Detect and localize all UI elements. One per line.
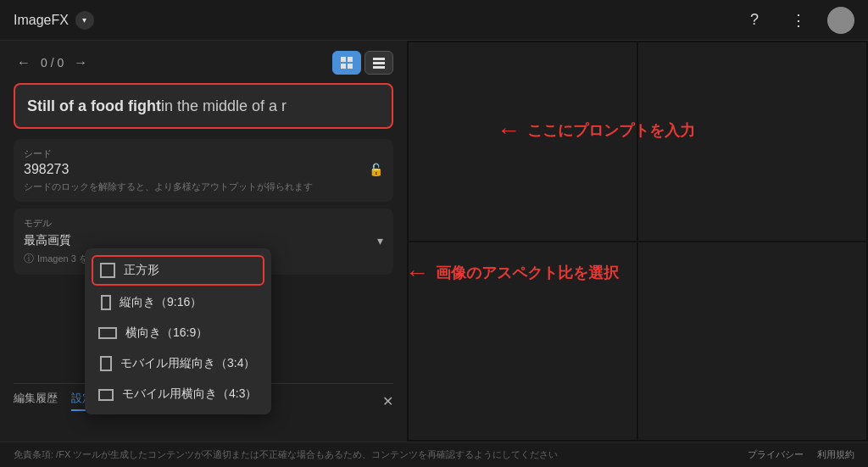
svg-rect-3	[348, 64, 353, 69]
aspect-mobile-landscape-item[interactable]: モバイル用横向き（4:3）	[85, 379, 271, 409]
model-chevron-icon: ▾	[377, 234, 383, 247]
image-grid	[407, 41, 868, 442]
nav-arrows: ← 0 / 0 →	[14, 53, 91, 72]
svg-rect-6	[373, 66, 385, 69]
topbar-left: ImageFX ▾	[14, 11, 94, 30]
aspect-portrait-item[interactable]: 縦向き（9:16）	[85, 287, 271, 318]
privacy-link[interactable]: プライバシー	[748, 448, 804, 461]
nav-back-button[interactable]: ←	[14, 53, 34, 72]
aspect-portrait-label: 縦向き（9:16）	[120, 295, 202, 310]
footer-disclaimer: 免責条項: /FX ツールが生成したコンテンツが不適切または不正確な場合もあるた…	[14, 448, 558, 461]
svg-rect-1	[348, 57, 353, 62]
portrait-icon	[101, 295, 111, 310]
aspect-mobile-portrait-item[interactable]: モバイル用縦向き（3:4）	[85, 348, 271, 379]
help-button[interactable]: ?	[739, 5, 770, 36]
svg-rect-5	[373, 62, 385, 64]
aspect-landscape-label: 横向き（16:9）	[125, 325, 208, 341]
main-layout: ← 0 / 0 → ← ここにプ	[0, 41, 868, 442]
prompt-input-area[interactable]: Still of a food fight in the middle of a…	[14, 83, 393, 129]
square-icon	[100, 263, 115, 278]
aspect-landscape-item[interactable]: 横向き（16:9）	[85, 318, 271, 348]
seed-section: シード 398273 🔓 シードのロックを解除すると、より多様なアウトプットが得…	[14, 139, 393, 202]
left-panel: ← 0 / 0 → ← ここにプ	[0, 41, 407, 442]
aspect-square-item[interactable]: 正方形	[92, 255, 264, 286]
image-cell-4	[638, 242, 866, 441]
grid-icon	[340, 56, 353, 69]
image-cell-2	[638, 42, 866, 241]
tab-history[interactable]: 編集履歴	[14, 391, 58, 411]
aspect-mobile-portrait-label: モバイル用縦向き（3:4）	[120, 356, 255, 371]
model-select-row[interactable]: 最高画質 ▾	[24, 233, 383, 248]
image-cell-3	[409, 242, 637, 441]
app-title: ImageFX	[14, 13, 69, 28]
prompt-bold-text: Still of a food fight	[27, 97, 161, 115]
image-cell-1	[409, 42, 637, 241]
svg-rect-4	[373, 58, 385, 60]
svg-rect-2	[341, 64, 346, 69]
list-icon	[372, 56, 386, 69]
seed-value: 398273	[24, 162, 69, 177]
topbar: ImageFX ▾ ? ⋮	[0, 0, 868, 41]
avatar	[827, 7, 854, 34]
landscape-icon	[98, 327, 117, 339]
info-icon: ⓘ	[24, 252, 34, 266]
nav-count: 0 / 0	[41, 56, 64, 69]
footer-links: プライバシー 利用規約	[748, 448, 854, 461]
nav-row: ← 0 / 0 →	[14, 51, 393, 75]
mobile-landscape-icon	[98, 389, 114, 401]
seed-row: 398273 🔓	[24, 162, 383, 177]
aspect-square-label: 正方形	[124, 263, 159, 278]
lock-icon[interactable]: 🔓	[369, 163, 383, 176]
more-button[interactable]: ⋮	[783, 5, 814, 36]
aspect-mobile-landscape-label: モバイル用横向き（4:3）	[122, 386, 257, 402]
expand-button[interactable]: ✕	[382, 393, 393, 409]
list-view-button[interactable]	[364, 51, 393, 75]
grid-view-button[interactable]	[332, 51, 361, 75]
topbar-right: ? ⋮	[739, 5, 854, 36]
view-toggle	[332, 51, 393, 75]
svg-rect-0	[341, 57, 346, 62]
mobile-portrait-icon	[100, 356, 112, 371]
seed-label: シード	[24, 147, 383, 160]
terms-link[interactable]: 利用規約	[817, 448, 854, 461]
seed-description: シードのロックを解除すると、より多様なアウトプットが得られます	[24, 181, 383, 193]
app-dropdown-button[interactable]: ▾	[75, 11, 94, 30]
model-value: 最高画質	[24, 233, 71, 248]
aspect-ratio-dropdown: 正方形 縦向き（9:16） 横向き（16:9） モバイル用縦向き（3:4） モバ…	[85, 248, 271, 414]
nav-forward-button[interactable]: →	[70, 53, 91, 72]
model-label: モデル	[24, 217, 383, 230]
tabs-left: 編集履歴 設定	[14, 391, 93, 411]
footer: 免責条項: /FX ツールが生成したコンテンツが不適切または不正確な場合もあるた…	[0, 442, 868, 467]
prompt-normal-text: in the middle of a r	[161, 97, 287, 115]
